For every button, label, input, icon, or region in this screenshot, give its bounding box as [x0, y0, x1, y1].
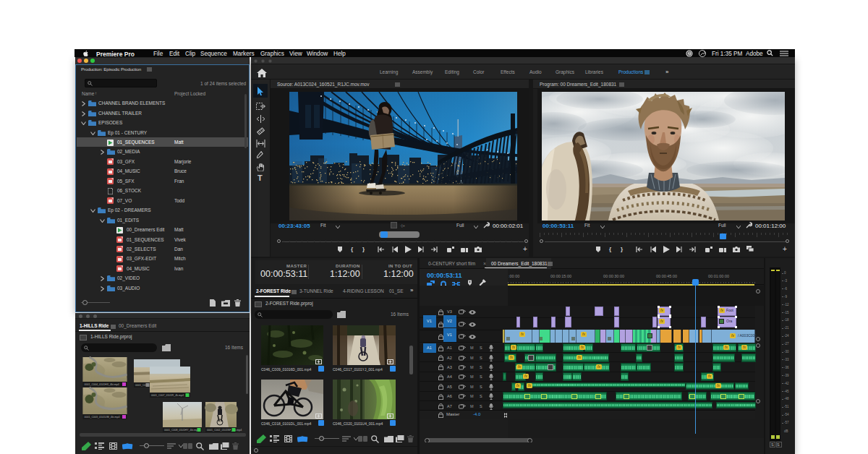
svg-text:0001_C002_0101NF_4kt.mp4: 0001_C002_0101NF_4kt.mp4 — [207, 429, 242, 432]
svg-text:0001_C008_0101HY_4kt.mp4: 0001_C008_0101HY_4kt.mp4 — [164, 429, 199, 432]
svg-text:0001_C004_0101HX_4kt.mp4: 0001_C004_0101HX_4kt.mp4 — [85, 383, 119, 386]
svg-text:0001_C003_0101UM_4kt.mp4: 0001_C003_0101UM_4kt.mp4 — [85, 416, 120, 419]
svg-text:0001_C007_0101R_4k.mp4: 0001_C007_0101R_4k.mp4 — [151, 394, 184, 397]
svg-text:0001_C0: 0001_C0 — [135, 384, 146, 387]
